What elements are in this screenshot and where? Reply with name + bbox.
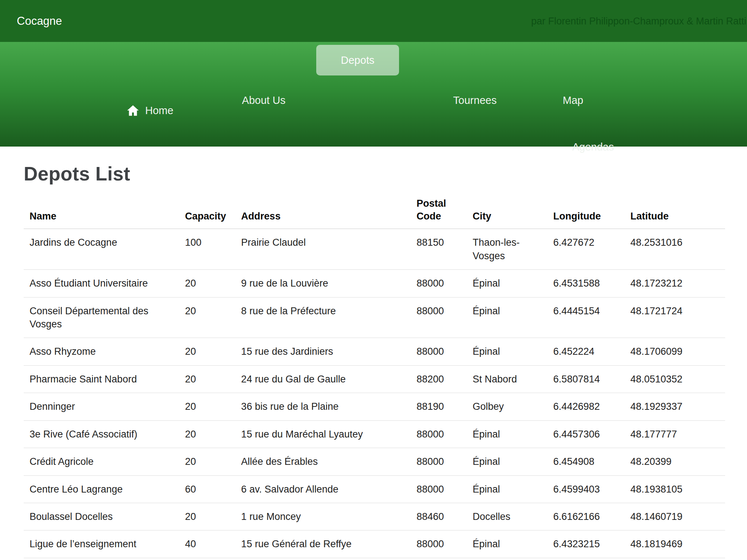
table-cell: Docelles — [473, 503, 553, 530]
table-cell: 8 rue de la Préfecture — [241, 297, 417, 338]
table-row: Centre Léo Lagrange606 av. Salvador Alle… — [24, 475, 725, 503]
table-cell: 88000 — [417, 297, 473, 338]
table-cell: 15 rue du Maréchal Lyautey — [241, 420, 417, 448]
table-cell: Jardins de Cocagne — [24, 229, 185, 270]
table-cell: 20 — [185, 393, 241, 420]
nav-item-label: Agendas — [572, 141, 614, 153]
table-header-cell: Latitude — [630, 197, 725, 229]
table-cell: St Nabord — [473, 365, 553, 393]
table-header-row: NameCapacityAddressPostal CodeCityLongit… — [24, 197, 725, 229]
table-row: Asso Rhyzome2015 rue des Jardiniers88000… — [24, 338, 725, 365]
table-cell: Conseil Départemental des Vosges — [24, 297, 185, 338]
table-cell: 88150 — [417, 229, 473, 270]
table-cell: Prairie Claudel — [241, 229, 417, 270]
table-cell: Golbey — [473, 393, 553, 420]
table-cell: Épinal — [473, 475, 553, 503]
table-header-cell: Capacity — [185, 197, 241, 229]
table-cell: 88000 — [417, 420, 473, 448]
nav-item-map[interactable]: Map — [563, 94, 583, 106]
depots-table-body: Jardins de Cocagne100Prairie Claudel8815… — [24, 229, 725, 558]
table-cell: 40 — [185, 530, 241, 558]
table-row: Asso Étudiant Universitaire209 rue de la… — [24, 270, 725, 297]
table-cell: 48.1723212 — [630, 270, 725, 297]
table-header-cell: Name — [24, 197, 185, 229]
table-row: Denninger2036 bis rue de la Plaine88190G… — [24, 393, 725, 420]
table-cell: 20 — [185, 365, 241, 393]
nav-item-label: Depots — [341, 54, 375, 66]
table-cell: 48.2531016 — [630, 229, 725, 270]
table-row: Crédit Agricole20Allée des Érables88000É… — [24, 448, 725, 475]
table-cell: 20 — [185, 503, 241, 530]
table-cell: Denninger — [24, 393, 185, 420]
table-cell: 36 bis rue de la Plaine — [241, 393, 417, 420]
table-cell: 6.4445154 — [553, 297, 631, 338]
table-cell: 6.6162166 — [553, 503, 631, 530]
table-cell: 48.1706099 — [630, 338, 725, 365]
table-cell: 60 — [185, 475, 241, 503]
table-header-cell: Address — [241, 197, 417, 229]
table-cell: 15 rue des Jardiniers — [241, 338, 417, 365]
table-cell: 48.1929337 — [630, 393, 725, 420]
table-cell: 1 rue Moncey — [241, 503, 417, 530]
table-cell: Asso Étudiant Universitaire — [24, 270, 185, 297]
table-cell: Épinal — [473, 338, 553, 365]
nav-item-about-us[interactable]: About Us — [242, 94, 285, 106]
table-header-cell: Postal Code — [417, 197, 473, 229]
table-cell: 6.5807814 — [553, 365, 631, 393]
nav-item-tournees[interactable]: Tournees — [453, 94, 496, 106]
nav-item-label: Map — [563, 94, 583, 106]
table-cell: 48.20399 — [630, 448, 725, 475]
table-header-cell: Longitude — [553, 197, 631, 229]
table-cell: 88000 — [417, 270, 473, 297]
table-cell: 3e Rive (Café Associatif) — [24, 420, 185, 448]
table-cell: Épinal — [473, 270, 553, 297]
table-cell: 6 av. Salvador Allende — [241, 475, 417, 503]
main-nav: Home About Us Depots Tournees Map Agenda… — [0, 42, 747, 147]
table-cell: 9 rue de la Louvière — [241, 270, 417, 297]
table-cell: 88190 — [417, 393, 473, 420]
table-cell: 6.4457306 — [553, 420, 631, 448]
table-cell: Pharmacie Saint Nabord — [24, 365, 185, 393]
nav-item-depots[interactable]: Depots — [316, 45, 399, 75]
table-cell: 24 rue du Gal de Gaulle — [241, 365, 417, 393]
nav-item-label: Tournees — [453, 94, 496, 106]
table-cell: Ligue de l’enseignement — [24, 530, 185, 558]
table-cell: 6.454908 — [553, 448, 631, 475]
brand-title[interactable]: Cocagne — [17, 15, 62, 28]
byline: par Florentin Philippon-Champroux & Mart… — [531, 15, 746, 27]
nav-item-label: Home — [145, 105, 173, 117]
nav-item-label: About Us — [242, 94, 285, 106]
table-cell: 48.1721724 — [630, 297, 725, 338]
table-cell: 20 — [185, 297, 241, 338]
table-cell: 88200 — [417, 365, 473, 393]
table-cell: Boulassel Docelles — [24, 503, 185, 530]
table-cell: 88000 — [417, 338, 473, 365]
page-content: Depots List NameCapacityAddressPostal Co… — [0, 163, 747, 558]
depots-table: NameCapacityAddressPostal CodeCityLongit… — [24, 197, 725, 558]
nav-item-agendas[interactable]: Agendas — [572, 141, 614, 153]
table-cell: Épinal — [473, 420, 553, 448]
table-cell: 6.4531588 — [553, 270, 631, 297]
table-row: Conseil Départemental des Vosges208 rue … — [24, 297, 725, 338]
nav-item-home[interactable]: Home — [126, 104, 173, 117]
table-cell: Allée des Érables — [241, 448, 417, 475]
table-row: Boulassel Docelles201 rue Moncey88460Doc… — [24, 503, 725, 530]
table-cell: Thaon-les-Vosges — [473, 229, 553, 270]
table-cell: 20 — [185, 270, 241, 297]
table-cell: 15 rue Général de Reffye — [241, 530, 417, 558]
table-cell: 48.1819469 — [630, 530, 725, 558]
table-cell: 88000 — [417, 475, 473, 503]
table-cell: Crédit Agricole — [24, 448, 185, 475]
table-cell: Épinal — [473, 297, 553, 338]
table-row: 3e Rive (Café Associatif)2015 rue du Mar… — [24, 420, 725, 448]
table-cell: 20 — [185, 420, 241, 448]
table-cell: 20 — [185, 448, 241, 475]
home-icon — [126, 104, 140, 117]
table-cell: 6.4323215 — [553, 530, 631, 558]
table-cell: 6.427672 — [553, 229, 631, 270]
table-cell: 48.1460719 — [630, 503, 725, 530]
table-row: Ligue de l’enseignement4015 rue Général … — [24, 530, 725, 558]
table-cell: 48.177777 — [630, 420, 725, 448]
page-title: Depots List — [24, 163, 725, 185]
table-cell: 88000 — [417, 530, 473, 558]
